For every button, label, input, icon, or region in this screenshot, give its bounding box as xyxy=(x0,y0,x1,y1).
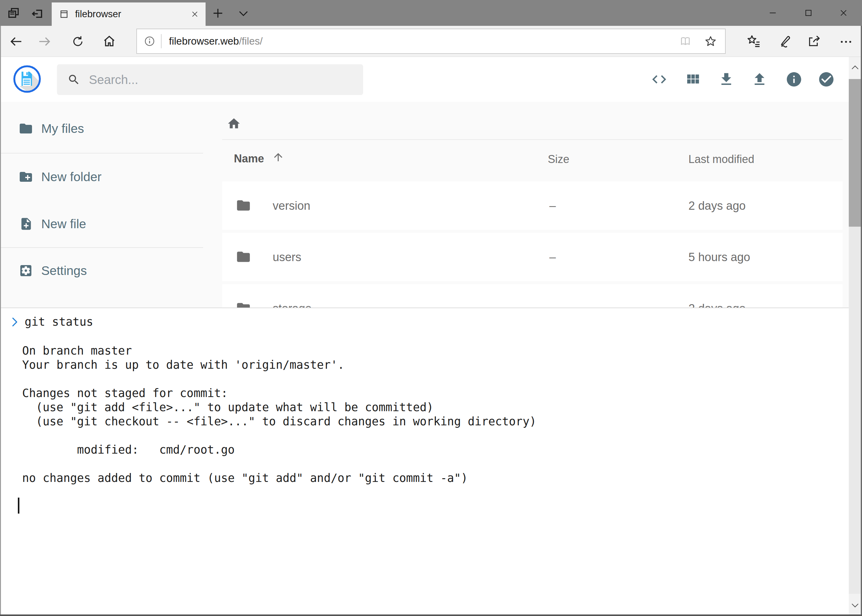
chevron-up-icon xyxy=(851,64,859,71)
tab-title: filebrowser xyxy=(75,9,121,20)
file-name: users xyxy=(273,250,301,264)
prompt-chevron-icon xyxy=(10,316,19,328)
chevron-down-icon xyxy=(851,602,859,609)
sidebar-item-new-folder[interactable]: New folder xyxy=(0,159,203,195)
filebrowser-header xyxy=(0,57,849,102)
browser-tab[interactable]: filebrowser xyxy=(52,2,206,26)
reading-view-icon xyxy=(679,35,692,47)
new-tab-icon[interactable] xyxy=(212,7,224,19)
window-left-border xyxy=(0,26,1,616)
scrollbar-thumb[interactable] xyxy=(849,79,861,227)
info-icon[interactable] xyxy=(785,71,803,88)
share-icon[interactable] xyxy=(807,34,821,48)
url-host: filebrowser.web xyxy=(169,35,239,47)
file-size: – xyxy=(549,199,556,212)
scrollbar-down-button[interactable] xyxy=(849,594,861,616)
breadcrumb-home-icon[interactable] xyxy=(227,116,241,131)
annotate-pen-icon[interactable] xyxy=(778,34,792,48)
code-view-icon[interactable] xyxy=(651,71,668,88)
search-input[interactable] xyxy=(88,72,329,87)
sidebar-item-new-file[interactable]: New file xyxy=(0,206,203,242)
scrollbar[interactable] xyxy=(849,57,861,616)
grid-view-icon[interactable] xyxy=(684,71,701,88)
terminal-command: git status xyxy=(25,315,93,329)
browser-navbar: filebrowser.web /files/ xyxy=(0,26,862,57)
filebrowser-logo xyxy=(12,64,42,94)
sidebar-item-label: New file xyxy=(41,217,86,231)
tab-preview-icon[interactable] xyxy=(7,7,20,19)
search-icon xyxy=(68,73,80,86)
terminal-cursor xyxy=(18,498,19,514)
minimize-window-icon[interactable] xyxy=(769,9,777,17)
divider xyxy=(0,153,203,154)
forward-icon[interactable] xyxy=(38,35,52,49)
file-modified: 2 days ago xyxy=(689,199,746,212)
url-path: /files/ xyxy=(239,35,263,47)
divider xyxy=(222,139,843,140)
search-box[interactable] xyxy=(57,64,363,95)
divider xyxy=(0,247,203,248)
new-folder-icon xyxy=(19,170,33,184)
window-right-border xyxy=(861,26,862,616)
sidebar-item-settings[interactable]: Settings xyxy=(0,252,203,289)
tabs-menu-chevron-icon[interactable] xyxy=(238,9,249,18)
column-header-modified[interactable]: Last modified xyxy=(689,153,754,166)
upload-icon[interactable] xyxy=(751,71,768,88)
browser-titlebar: filebrowser xyxy=(0,0,862,26)
page-icon xyxy=(59,9,69,19)
column-header-size[interactable]: Size xyxy=(548,153,569,166)
file-size: – xyxy=(549,250,556,264)
terminal-pane[interactable]: git status On branch master Your branch … xyxy=(0,308,849,616)
home-nav-icon[interactable] xyxy=(102,34,116,48)
scrollbar-up-button[interactable] xyxy=(849,57,861,79)
file-row-users[interactable]: users – 5 hours ago xyxy=(222,233,843,281)
file-name: version xyxy=(273,199,310,212)
back-icon[interactable] xyxy=(9,35,23,49)
folder-icon xyxy=(236,249,251,264)
sidebar-item-label: Settings xyxy=(41,264,87,278)
close-window-icon[interactable] xyxy=(840,9,848,17)
more-menu-icon[interactable] xyxy=(839,35,853,49)
maximize-window-icon[interactable] xyxy=(804,9,812,17)
window-bottom-border xyxy=(0,614,862,616)
hub-favorites-icon[interactable] xyxy=(747,34,761,48)
site-info-icon[interactable] xyxy=(144,35,155,47)
new-file-icon xyxy=(19,217,33,231)
file-modified: 5 hours ago xyxy=(689,250,750,264)
address-bar[interactable]: filebrowser.web /files/ xyxy=(136,28,726,54)
set-tabs-aside-icon[interactable] xyxy=(31,7,44,20)
folder-icon xyxy=(236,198,251,213)
sidebar-item-my-files[interactable]: My files xyxy=(0,110,203,147)
select-check-icon[interactable] xyxy=(818,71,835,88)
terminal-output: On branch master Your branch is up to da… xyxy=(22,344,536,485)
file-row-version[interactable]: version – 2 days ago xyxy=(222,181,843,230)
address-separator xyxy=(161,34,162,48)
download-icon[interactable] xyxy=(718,71,734,88)
sidebar-item-label: New folder xyxy=(41,170,102,184)
tab-close-icon[interactable] xyxy=(191,10,199,18)
add-favorite-star-icon[interactable] xyxy=(704,35,717,48)
refresh-icon[interactable] xyxy=(71,35,84,48)
sort-ascending-icon[interactable] xyxy=(272,151,284,163)
settings-gear-icon xyxy=(19,263,33,278)
screen: filebrowser xyxy=(0,0,862,616)
column-header-name[interactable]: Name xyxy=(234,152,264,165)
folder-icon xyxy=(19,121,33,136)
sidebar-item-label: My files xyxy=(41,121,84,136)
